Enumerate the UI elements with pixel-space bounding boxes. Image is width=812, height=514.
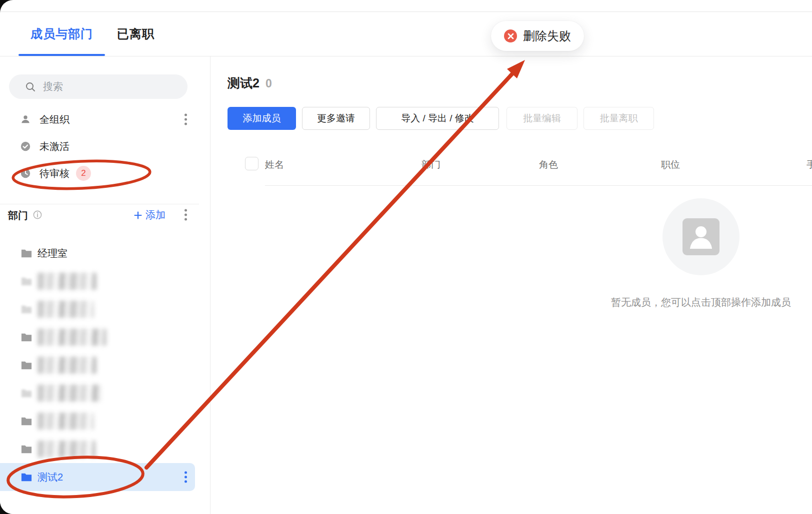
search-box[interactable] (9, 74, 188, 99)
department-list: 经理室 (0, 239, 210, 491)
folder-icon (21, 305, 32, 314)
department-label: 测试2 (38, 471, 63, 484)
folder-icon (21, 417, 32, 426)
folder-icon (21, 361, 32, 370)
info-icon[interactable] (33, 210, 42, 219)
redacted-text (38, 329, 106, 346)
department-item-redacted[interactable] (0, 435, 210, 463)
main-content: 测试2 0 添加成员 更多邀请 导入 / 导出 / 修改 批量编辑 批量离职 姓… (210, 56, 812, 514)
departments-section-header: 部门 添加 (0, 205, 199, 225)
empty-state-illustration (662, 198, 740, 275)
table-header-divider (265, 185, 812, 186)
sidebar-item-label: 未激活 (40, 140, 70, 153)
redacted-text (38, 385, 102, 402)
more-menu-icon[interactable] (183, 112, 188, 127)
department-item[interactable]: 经理室 (0, 239, 210, 267)
toast-message: 删除失败 (523, 28, 571, 44)
column-header-role: 角色 (539, 158, 558, 171)
department-item-redacted[interactable] (0, 407, 210, 435)
toast-delete-failed: 删除失败 (491, 21, 584, 51)
sidebar-item-pending-review[interactable]: 待审核 2 (0, 160, 199, 187)
sidebar-item-label: 待审核 (40, 167, 70, 180)
person-icon (20, 114, 31, 125)
sidebar-section-divider (0, 204, 199, 204)
tab-resigned[interactable]: 已离职 (105, 12, 166, 56)
batch-edit-button: 批量编辑 (506, 107, 578, 130)
column-header-name: 姓名 (265, 158, 284, 171)
department-label: 经理室 (38, 247, 68, 260)
batch-resign-button: 批量离职 (584, 107, 654, 130)
department-item-redacted[interactable] (0, 379, 210, 407)
department-item-redacted[interactable] (0, 351, 210, 379)
add-member-button[interactable]: 添加成员 (228, 107, 296, 130)
select-all-checkbox[interactable] (245, 157, 258, 170)
pending-count-badge: 2 (76, 166, 91, 181)
sidebar: 全组织 未激活 待审核 2 部门 (0, 56, 210, 514)
departments-title: 部门 (8, 209, 28, 222)
folder-icon (21, 389, 32, 398)
search-icon (25, 81, 36, 92)
folder-icon (21, 445, 32, 454)
redacted-text (38, 273, 96, 290)
app-window: 成员与部门 已离职 全组织 (0, 0, 812, 514)
more-invite-button[interactable]: 更多邀请 (302, 107, 370, 130)
redacted-text (38, 413, 94, 430)
folder-icon (21, 473, 32, 482)
search-input[interactable] (43, 81, 173, 92)
import-export-edit-button[interactable]: 导入 / 导出 / 修改 (376, 107, 499, 130)
department-item-redacted[interactable] (0, 323, 210, 351)
column-header-position: 职位 (661, 158, 680, 171)
department-item-redacted[interactable] (0, 295, 210, 323)
error-circle-icon (504, 29, 517, 42)
department-item-redacted[interactable] (0, 267, 210, 295)
more-menu-icon[interactable] (183, 470, 188, 485)
folder-icon (21, 249, 32, 258)
clock-icon (20, 168, 31, 179)
empty-state-message: 暂无成员，您可以点击顶部操作添加成员 (611, 296, 791, 309)
page-title-row: 测试2 0 (228, 75, 272, 91)
tab-bar: 成员与部门 已离职 (18, 12, 166, 56)
column-header-mobile: 手机 (806, 158, 812, 171)
redacted-text (38, 357, 96, 374)
check-circle-icon (20, 141, 31, 152)
folder-icon (21, 277, 32, 286)
sidebar-item-inactive[interactable]: 未激活 (0, 133, 199, 160)
sidebar-item-all-org[interactable]: 全组织 (0, 106, 199, 133)
tab-members-departments[interactable]: 成员与部门 (18, 12, 105, 56)
plus-icon (134, 211, 142, 219)
avatar-placeholder-icon (682, 218, 720, 256)
more-menu-icon[interactable] (183, 208, 188, 222)
add-department-button[interactable]: 添加 (134, 208, 166, 222)
redacted-text (38, 301, 94, 318)
redacted-text (38, 441, 96, 458)
column-header-department: 部门 (422, 158, 440, 171)
page-title: 测试2 (228, 75, 260, 91)
folder-icon (21, 333, 32, 342)
member-count: 0 (266, 77, 272, 90)
add-department-label: 添加 (146, 208, 166, 222)
department-item-test2[interactable]: 测试2 (0, 463, 195, 491)
sidebar-item-label: 全组织 (40, 113, 70, 126)
